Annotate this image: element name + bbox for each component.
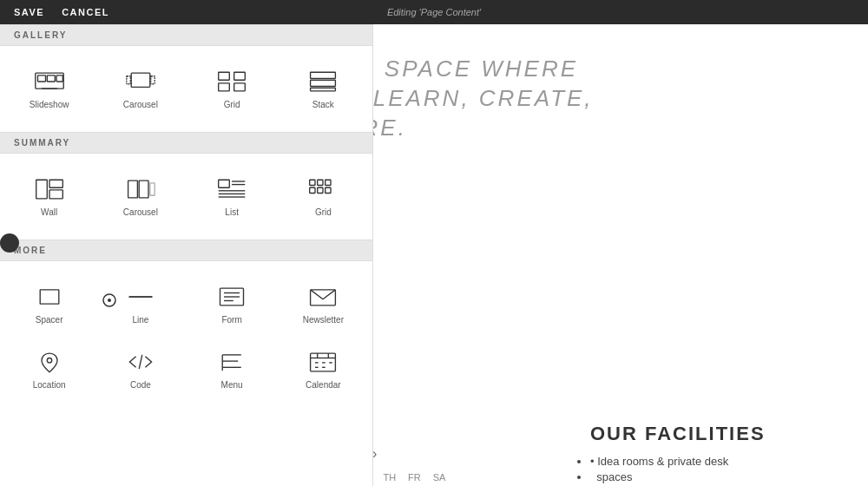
calendar-block-label: Calendar <box>306 380 341 390</box>
list-block[interactable]: List <box>190 167 274 226</box>
stack-icon <box>305 69 341 95</box>
svg-rect-12 <box>311 72 336 78</box>
carousel-summary-icon <box>122 176 159 202</box>
cancel-button[interactable]: CANCEL <box>62 7 109 17</box>
facilities-item-1: • Idea rooms & private desk <box>590 455 851 468</box>
menu-block-icon <box>214 349 250 375</box>
svg-rect-6 <box>127 76 131 84</box>
slideshow-block[interactable]: Slideshow <box>7 60 91 118</box>
svg-rect-16 <box>49 180 62 187</box>
grid-gallery-block[interactable]: Grid <box>190 60 274 118</box>
facilities-title: OUR FACILITIES <box>590 416 851 452</box>
grid-summary-label: Grid <box>315 207 332 217</box>
left-edge-dot[interactable] <box>0 233 19 253</box>
form-block[interactable]: Form <box>190 275 274 333</box>
location-icon <box>31 349 68 375</box>
line-block[interactable]: Line <box>98 275 182 333</box>
more-section-header: MORE <box>0 240 372 261</box>
spacer-icon <box>31 284 68 310</box>
newsletter-icon <box>305 284 341 310</box>
form-label: Form <box>221 315 241 325</box>
more-block-grid: Spacer Line Form <box>0 261 372 412</box>
spacer-block[interactable]: Spacer <box>7 275 91 333</box>
code-label: Code <box>130 380 151 390</box>
svg-rect-21 <box>219 180 230 187</box>
wall-block[interactable]: Wall <box>7 167 91 226</box>
wall-icon <box>31 176 68 202</box>
svg-rect-27 <box>310 180 315 185</box>
facilities-area: OUR FACILITIES • Idea rooms & private de… <box>590 416 851 486</box>
carousel-gallery-icon <box>122 69 159 95</box>
slideshow-label: Slideshow <box>30 100 69 109</box>
facilities-item-2: spaces <box>590 470 851 483</box>
svg-rect-32 <box>326 187 331 193</box>
menu-block-item[interactable]: Menu <box>190 340 274 398</box>
svg-rect-14 <box>311 88 336 91</box>
line-label: Line <box>132 315 148 325</box>
svg-rect-33 <box>40 290 59 304</box>
svg-rect-5 <box>131 73 150 87</box>
gallery-section-header: GALLERY <box>0 24 372 46</box>
carousel-summary-label: Carousel <box>123 207 158 217</box>
stack-label: Stack <box>312 100 334 109</box>
calendar-block-icon <box>305 349 341 375</box>
svg-rect-19 <box>139 181 148 198</box>
day-th: TH <box>383 472 396 483</box>
code-icon <box>122 349 159 375</box>
svg-rect-18 <box>128 181 137 198</box>
wall-label: Wall <box>41 207 57 217</box>
day-fr: FR <box>408 472 421 483</box>
svg-rect-8 <box>219 72 230 80</box>
svg-rect-31 <box>318 187 323 193</box>
svg-rect-29 <box>326 180 331 185</box>
svg-rect-15 <box>36 180 47 199</box>
day-sa: SA <box>433 472 446 483</box>
svg-rect-20 <box>150 183 155 195</box>
grid-summary-block[interactable]: Grid <box>281 167 365 226</box>
newsletter-block[interactable]: Newsletter <box>281 275 365 333</box>
svg-rect-2 <box>47 76 55 82</box>
carousel-gallery-block[interactable]: Carousel <box>98 60 182 118</box>
code-block[interactable]: Code <box>98 340 182 398</box>
svg-rect-11 <box>234 83 246 91</box>
newsletter-label: Newsletter <box>303 315 344 325</box>
carousel-gallery-label: Carousel <box>123 100 158 109</box>
svg-rect-10 <box>219 83 230 91</box>
svg-rect-3 <box>56 76 62 82</box>
content-block-panel: GALLERY Slideshow <box>0 24 373 486</box>
gallery-block-grid: Slideshow Carousel <box>0 46 372 132</box>
list-label: List <box>225 207 239 217</box>
svg-rect-7 <box>151 76 155 84</box>
facilities-list: • Idea rooms & private desk spaces <box>590 455 851 483</box>
form-icon <box>214 284 250 310</box>
line-icon <box>122 284 159 310</box>
stack-block[interactable]: Stack <box>281 60 365 118</box>
summary-block-grid: Wall Carousel <box>0 154 372 240</box>
list-icon <box>214 176 250 202</box>
slideshow-icon <box>31 69 68 95</box>
top-toolbar: SAVE CANCEL Editing 'Page Content' <box>0 0 868 24</box>
svg-rect-30 <box>310 187 315 193</box>
menu-block-label: Menu <box>221 380 243 390</box>
svg-line-41 <box>139 355 142 369</box>
svg-point-40 <box>47 358 51 363</box>
grid-gallery-label: Grid <box>224 100 240 109</box>
grid-summary-icon <box>305 176 341 202</box>
save-button[interactable]: SAVE <box>14 7 44 17</box>
svg-rect-1 <box>37 76 45 82</box>
svg-rect-13 <box>311 80 336 86</box>
editing-label: Editing 'Page Content' <box>387 7 481 17</box>
svg-rect-9 <box>234 72 246 80</box>
svg-rect-28 <box>318 180 323 185</box>
spacer-label: Spacer <box>36 315 63 325</box>
grid-gallery-icon <box>214 69 250 95</box>
location-block[interactable]: Location <box>7 340 91 398</box>
location-label: Location <box>33 380 66 390</box>
carousel-summary-block[interactable]: Carousel <box>98 167 182 226</box>
svg-rect-17 <box>49 190 62 199</box>
summary-section-header: SUMMARY <box>0 132 372 154</box>
calendar-block[interactable]: Calendar <box>281 340 365 398</box>
